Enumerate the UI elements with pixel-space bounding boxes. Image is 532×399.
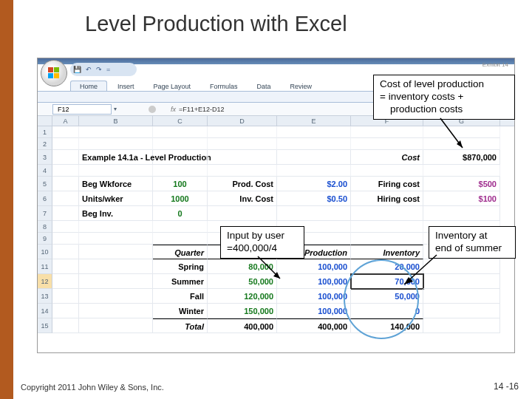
office-button[interactable]	[41, 60, 67, 86]
cell-cost-label[interactable]: Cost	[351, 150, 423, 165]
callout-inventory: Inventory at end of summer	[429, 226, 516, 259]
ribbon-tabs: Home Insert Page Layout Formulas Data Re…	[70, 79, 321, 91]
cell-firing[interactable]: $500	[423, 177, 500, 191]
row-7: 7Beg Inv.0	[38, 206, 514, 221]
rowhdr-6[interactable]: 6	[38, 191, 52, 206]
callout-cost-line2: = inventory costs +	[380, 91, 508, 103]
arrow-cost-icon	[433, 118, 477, 155]
cell-winter[interactable]: Winter	[153, 304, 208, 318]
logo-q1	[48, 67, 53, 72]
rowhdr-9[interactable]: 9	[38, 233, 52, 245]
tab-formulas[interactable]: Formulas	[201, 81, 247, 91]
cell-invcost[interactable]: $0.50	[277, 191, 351, 206]
arrow-inventory-icon	[400, 255, 444, 292]
cell-total-d[interactable]: 400,000	[208, 318, 277, 333]
cell-invcost-lbl[interactable]: Inv. Cost	[208, 191, 277, 206]
rowhdr-11[interactable]: 11	[38, 259, 52, 274]
cell-fall[interactable]: Fall	[153, 289, 208, 304]
rowhdr-3[interactable]: 3	[38, 150, 52, 165]
rowhdr-14[interactable]: 14	[38, 304, 52, 318]
callout-cost: Cost of level production = inventory cos…	[373, 75, 515, 120]
cell-beg-wkforce-lbl[interactable]: Beg Wkforce	[79, 177, 153, 191]
callout-inv-line2: end of summer	[435, 242, 509, 255]
rowhdr-7[interactable]: 7	[38, 206, 52, 221]
cell-hiring-lbl[interactable]: Hiring cost	[351, 191, 423, 206]
cell-spring[interactable]: Spring	[153, 259, 208, 274]
slide-left-border	[0, 0, 13, 399]
undo-icon[interactable]: ↶	[86, 66, 92, 73]
fx-icon[interactable]: fx	[171, 106, 176, 113]
callout-inv-line1: Inventory at	[435, 230, 509, 242]
slide-title: Level Production with Excel	[85, 12, 347, 36]
quick-access-toolbar: 💾 ↶ ↷ =	[70, 63, 137, 76]
row-5: 5Beg Wkforce100Prod. Cost$2.00Firing cos…	[38, 177, 514, 191]
callout-input-line2: =400,000/4	[227, 242, 298, 255]
callout-input: Input by user =400,000/4	[220, 226, 304, 259]
cell-total[interactable]: Total	[153, 318, 208, 333]
cell-fall-p[interactable]: 100,000	[277, 289, 351, 304]
cell-beginv[interactable]: 0	[153, 206, 208, 221]
slide-number: 14 -16	[494, 381, 519, 392]
rowhdr-13[interactable]: 13	[38, 289, 52, 304]
rowhdr-5[interactable]: 5	[38, 177, 52, 191]
arrow-input-icon	[250, 256, 295, 286]
tab-home[interactable]: Home	[70, 81, 107, 91]
office-logo-icon	[47, 66, 61, 80]
cell-winter-d[interactable]: 150,000	[208, 304, 277, 318]
cell-beg-wkforce[interactable]: 100	[153, 177, 208, 191]
cell-hiring[interactable]: $100	[423, 191, 500, 206]
formula-bar[interactable]: =F11+E12-D12	[179, 106, 225, 113]
callout-input-line1: Input by user	[227, 230, 298, 242]
col-B[interactable]: B	[79, 116, 153, 126]
rowhdr-12[interactable]: 12	[38, 274, 52, 289]
col-A[interactable]: A	[52, 116, 79, 126]
save-icon[interactable]: 💾	[73, 66, 81, 73]
cell-firing-lbl[interactable]: Firing cost	[351, 177, 423, 191]
cell-prodcost[interactable]: $2.00	[277, 177, 351, 191]
cell-prodcost-lbl[interactable]: Prod. Cost	[208, 177, 277, 191]
callout-cost-line3: production costs	[380, 103, 508, 116]
cell-winter-p[interactable]: 100,000	[277, 304, 351, 318]
select-all-corner[interactable]	[38, 116, 52, 126]
name-box-dropdown-icon[interactable]: ▾	[112, 106, 119, 112]
rowhdr-10[interactable]: 10	[38, 245, 52, 259]
rowhdr-8[interactable]: 8	[38, 221, 52, 233]
rowhdr-1[interactable]: 1	[38, 126, 52, 138]
col-D[interactable]: D	[208, 116, 277, 126]
tab-data[interactable]: Data	[248, 81, 280, 91]
copyright-text: Copyright 2011 John Wiley & Sons, Inc.	[21, 383, 164, 392]
cell-total-p[interactable]: 400,000	[277, 318, 351, 333]
cell-beginv-lbl[interactable]: Beg Inv.	[79, 206, 153, 221]
fx-separator-icon	[149, 106, 156, 113]
logo-q4	[54, 73, 59, 78]
cell-units-lbl[interactable]: Units/wker	[79, 191, 153, 206]
col-C[interactable]: C	[153, 116, 208, 126]
name-box-value: F12	[58, 106, 69, 113]
cell-fall-d[interactable]: 120,000	[208, 289, 277, 304]
rowhdr-15[interactable]: 15	[38, 318, 52, 333]
exhibit-label: Exhibit 14	[482, 61, 508, 68]
tab-review[interactable]: Review	[282, 81, 321, 91]
hdr-quarter[interactable]: Quarter	[153, 245, 208, 259]
equals-icon[interactable]: =	[106, 66, 110, 73]
row-6: 6Units/wker1000Inv. Cost$0.50Hiring cost…	[38, 191, 514, 206]
row-15: 15Total400,000400,000140,000	[38, 318, 514, 333]
logo-q3	[48, 73, 53, 78]
name-box[interactable]: F12	[52, 104, 112, 115]
cell-units[interactable]: 1000	[153, 191, 208, 206]
callout-cost-line1: Cost of level production	[380, 78, 508, 91]
row-14: 14Winter150,000100,0000	[38, 304, 514, 318]
rowhdr-4[interactable]: 4	[38, 165, 52, 177]
col-E[interactable]: E	[277, 116, 351, 126]
cell-summer[interactable]: Summer	[153, 274, 208, 289]
redo-icon[interactable]: ↷	[96, 66, 102, 73]
row-4: 4	[38, 165, 514, 177]
tab-insert[interactable]: Insert	[109, 81, 143, 91]
tab-page-layout[interactable]: Page Layout	[145, 81, 200, 91]
rowhdr-2[interactable]: 2	[38, 138, 52, 150]
logo-q2	[54, 67, 59, 72]
cell-title[interactable]: Example 14.1a - Level Production	[79, 150, 153, 165]
